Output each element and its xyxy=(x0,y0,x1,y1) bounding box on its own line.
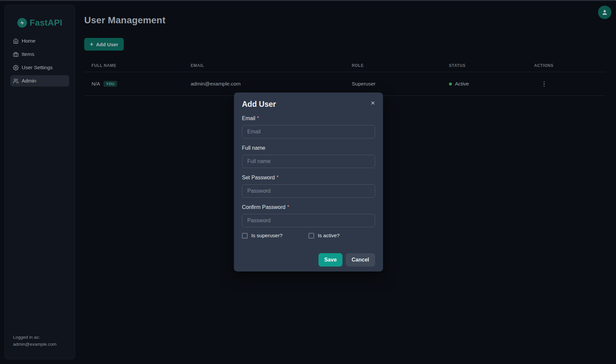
cell-actions xyxy=(527,80,606,88)
main-content: User Management + Add User FULL NAME EMA… xyxy=(75,0,616,96)
home-icon xyxy=(13,38,19,44)
cell-full-name: N/A YOU xyxy=(84,81,183,87)
status-value: Active xyxy=(455,81,469,87)
cell-role: Superuser xyxy=(344,81,442,87)
full-name-label: Full name xyxy=(242,145,375,151)
sidebar-item-items[interactable]: Items xyxy=(10,49,69,60)
sidebar-item-admin[interactable]: Admin xyxy=(10,75,69,87)
briefcase-icon xyxy=(13,52,19,57)
confirm-password-field-group: Confirm Password* xyxy=(242,204,375,227)
cancel-button[interactable]: Cancel xyxy=(346,253,375,267)
is-active-checkbox[interactable] xyxy=(308,233,314,239)
sidebar: FastAPI Home Items User Settings Admin L… xyxy=(4,5,75,359)
required-asterisk: * xyxy=(257,115,259,121)
add-user-button-label: Add User xyxy=(96,42,118,47)
email-label: Email* xyxy=(242,115,375,122)
is-superuser-checkbox-group[interactable]: Is superuser? xyxy=(242,233,308,239)
add-user-modal: Add User Email* Full name Set Password* … xyxy=(234,92,383,272)
save-button[interactable]: Save xyxy=(318,253,342,267)
confirm-password-input[interactable] xyxy=(242,214,375,227)
brand-logo: FastAPI xyxy=(5,18,75,28)
logged-in-label: Logged in as: xyxy=(13,334,57,341)
full-name-field-group: Full name xyxy=(242,145,375,168)
users-icon xyxy=(13,78,19,84)
is-active-label: Is active? xyxy=(318,233,339,239)
active-status-dot-icon xyxy=(449,83,452,86)
sidebar-item-user-settings[interactable]: User Settings xyxy=(10,62,69,73)
full-name-value: N/A xyxy=(92,81,100,87)
sidebar-item-home[interactable]: Home xyxy=(10,35,69,47)
set-password-label: Set Password* xyxy=(242,174,375,181)
you-badge: YOU xyxy=(103,81,117,87)
add-user-button[interactable]: + Add User xyxy=(84,38,124,51)
column-header-actions: ACTIONS xyxy=(527,63,606,72)
page-title: User Management xyxy=(84,0,606,26)
top-edge-strip xyxy=(0,0,616,1)
gear-icon xyxy=(13,65,19,71)
lightning-bolt-icon xyxy=(17,18,27,28)
column-header-role: ROLE xyxy=(344,63,442,72)
required-asterisk: * xyxy=(287,204,289,210)
modal-title: Add User xyxy=(242,100,375,109)
user-avatar-icon xyxy=(601,9,608,16)
account-menu-button[interactable] xyxy=(598,6,611,19)
full-name-input[interactable] xyxy=(242,155,375,168)
sidebar-item-label: Admin xyxy=(22,78,36,84)
checkbox-row: Is superuser? Is active? xyxy=(242,233,375,239)
set-password-field-group: Set Password* xyxy=(242,174,375,198)
modal-actions: Save Cancel xyxy=(242,253,375,267)
cell-email: admin@example.com xyxy=(183,81,344,87)
kebab-menu-icon[interactable] xyxy=(542,80,546,88)
sidebar-item-label: User Settings xyxy=(22,65,53,71)
users-table: FULL NAME EMAIL ROLE STATUS ACTIONS N/A … xyxy=(84,63,606,96)
brand-name: FastAPI xyxy=(30,18,62,28)
cell-status: Active xyxy=(442,81,527,87)
is-superuser-label: Is superuser? xyxy=(251,233,283,239)
set-password-input[interactable] xyxy=(242,184,375,198)
column-header-status: STATUS xyxy=(442,63,527,72)
close-button[interactable] xyxy=(368,98,377,107)
is-superuser-checkbox[interactable] xyxy=(242,233,248,239)
column-header-full-name: FULL NAME xyxy=(84,63,183,72)
confirm-password-label: Confirm Password* xyxy=(242,204,375,211)
email-field-group: Email* xyxy=(242,115,375,138)
required-asterisk: * xyxy=(277,175,279,180)
sidebar-nav: Home Items User Settings Admin xyxy=(5,35,75,87)
column-header-email: EMAIL xyxy=(183,63,344,72)
plus-icon: + xyxy=(90,41,94,47)
table-header-row: FULL NAME EMAIL ROLE STATUS ACTIONS xyxy=(84,63,606,72)
sidebar-item-label: Home xyxy=(22,38,35,44)
is-active-checkbox-group[interactable]: Is active? xyxy=(308,233,375,239)
email-input[interactable] xyxy=(242,125,375,138)
sidebar-item-label: Items xyxy=(22,51,34,57)
logged-in-footer: Logged in as: admin@example.com xyxy=(13,334,57,348)
close-icon xyxy=(370,100,375,105)
logged-in-email: admin@example.com xyxy=(13,341,57,348)
